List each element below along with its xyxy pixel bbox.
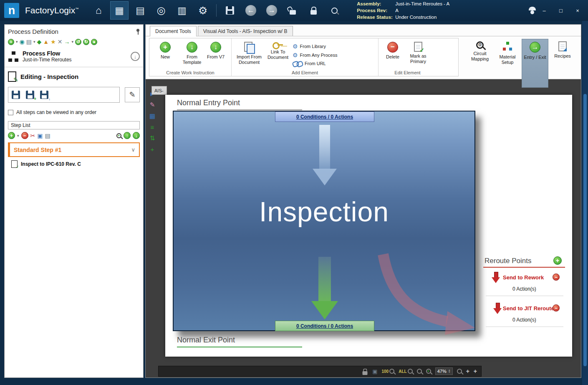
zoom-level-value: 47% — [437, 369, 447, 374]
favorite-star-icon[interactable]: ★ — [50, 38, 56, 45]
step-list-item-selected[interactable]: Standard Step #1 ∨ — [8, 142, 140, 157]
minimize-button[interactable]: – — [538, 6, 550, 15]
paintbrush-icon[interactable]: ✎ — [150, 101, 155, 109]
undo-button[interactable]: ← — [242, 1, 260, 20]
send-to-jit-reroute-link[interactable]: Send to JIT Reroute — [503, 305, 554, 312]
mark-as-primary-button[interactable]: ✓ Mark as Primary — [405, 40, 431, 64]
import-from-document-button[interactable]: Import From Document — [235, 40, 263, 65]
material-setup-button[interactable]: Material Setup — [494, 39, 521, 76]
ribbon-right-buttons: ⚙ Circuit Mapping Material Setup → Entry… — [467, 39, 576, 88]
reorder-icon[interactable]: ⇅ — [150, 134, 155, 142]
zoom-in-icon[interactable]: + — [426, 369, 431, 374]
add-step-caret-icon[interactable]: ▾ — [17, 134, 19, 138]
nav-settings-button[interactable]: ⚙ — [194, 1, 212, 20]
link-to-document-button[interactable]: Link To Document — [265, 40, 291, 60]
back-icon: ← — [245, 5, 256, 16]
web-publish-icon[interactable]: ◉ — [20, 38, 25, 45]
window-right-scroll-edge[interactable] — [582, 21, 588, 385]
order-checkbox[interactable] — [8, 110, 13, 115]
zoom-stepper[interactable]: ▲▼ — [448, 369, 451, 373]
remove-jit-button[interactable]: − — [553, 304, 560, 312]
nav-reports-button[interactable]: ▥ — [173, 1, 191, 20]
save-template-button[interactable]: ↓ — [38, 89, 50, 101]
entry-exit-button[interactable]: → Entry / Exit — [522, 39, 548, 88]
history-forward-icon[interactable]: ↻ — [83, 39, 89, 45]
from-library-button[interactable]: ⚙ From Library — [293, 43, 342, 50]
lock-icon — [310, 10, 317, 15]
lock-view-icon[interactable] — [363, 371, 368, 375]
save-definition-button[interactable] — [10, 89, 22, 101]
audit-search-button[interactable] — [325, 1, 343, 20]
send-to-rework-link[interactable]: Send to Rework — [503, 274, 544, 281]
nav-production-button[interactable]: ▤ — [131, 1, 149, 20]
zoom-region-icon[interactable] — [457, 369, 462, 374]
canvas-statusbar: ▣ 100 ALL + 47% ▲▼ + + — [158, 366, 482, 377]
document-tab-ais[interactable]: AIS- — [151, 86, 167, 95]
share-icon[interactable]: → — [64, 38, 70, 45]
add-step-icon[interactable]: + — [8, 132, 15, 139]
tab-document-tools[interactable]: Document Tools — [150, 26, 197, 36]
nav-process-definition-button[interactable]: ▦ — [110, 1, 129, 20]
add-process-caret-icon[interactable]: ▾ — [16, 40, 18, 44]
tools-icon[interactable]: ▲ — [43, 38, 49, 45]
zoom-out-icon[interactable] — [417, 369, 422, 374]
add-reroute-button[interactable]: + — [553, 256, 562, 265]
copy-icon[interactable]: ▣ — [37, 132, 43, 139]
print-caret-icon[interactable]: ▾ — [33, 40, 35, 44]
unlock-button[interactable] — [283, 1, 302, 20]
delete-element-button[interactable]: − Delete — [382, 40, 404, 60]
from-v7-button[interactable]: ↓ From V7 — [206, 40, 225, 60]
jit-actions-label[interactable]: 0 Action(s) — [512, 317, 536, 323]
normal-exit-point-label: Normal Exit Point — [177, 336, 235, 344]
edit-step-button[interactable]: ✎ — [125, 87, 140, 102]
app-logo: n — [4, 3, 19, 18]
zoom-step-icon[interactable]: + — [116, 133, 121, 138]
pin-icon[interactable] — [136, 29, 140, 35]
sync-icon[interactable]: ● — [91, 39, 97, 45]
paste-icon[interactable]: ▤ — [45, 132, 50, 139]
remove-step-icon[interactable]: − — [21, 132, 28, 139]
delete-process-icon[interactable]: ✕ — [58, 38, 63, 45]
add-process-icon[interactable]: + — [8, 39, 14, 45]
from-template-button[interactable]: ↓ From Template — [179, 40, 204, 65]
exit-conditions-link[interactable]: 0 Conditions / 0 Actions — [275, 321, 374, 331]
inspection-operation-box[interactable]: 0 Conditions / 0 Actions Inspection 0 Co… — [173, 111, 475, 331]
from-any-process-button[interactable]: ⚙ From Any Process — [293, 52, 342, 58]
cut-icon[interactable]: ✂ — [30, 132, 35, 139]
from-url-button[interactable]: From URL — [293, 61, 342, 66]
zoom-level-box[interactable]: 47% ▲▼ — [435, 367, 453, 375]
maximize-button[interactable]: □ — [555, 6, 567, 15]
recipes-button[interactable]: Recipes — [549, 39, 576, 76]
move-step-up-icon[interactable]: ↑ — [124, 132, 131, 139]
circuit-mapping-button[interactable]: ⚙ Circuit Mapping — [467, 39, 493, 76]
collapse-chevron-icon[interactable]: ↓ — [131, 52, 140, 61]
move-step-down-icon[interactable]: ↓ — [133, 132, 140, 139]
step-sub-item[interactable]: ✓ Inspect to IPC-610 Rev. C — [8, 160, 140, 168]
flow-tree-icon[interactable]: ◆ — [37, 38, 42, 45]
print-icon[interactable]: ▤ — [26, 38, 32, 45]
close-button[interactable]: × — [571, 6, 584, 15]
snapshot-icon[interactable]: ▣ — [372, 368, 377, 375]
redo-button[interactable]: → — [262, 1, 281, 20]
share-caret-icon[interactable]: ▾ — [71, 40, 73, 44]
zoom-fit-all-button[interactable]: ALL — [399, 369, 412, 374]
lock-button[interactable] — [304, 1, 323, 20]
expand-icon[interactable]: + — [151, 146, 154, 153]
nav-tracking-button[interactable]: ◎ — [152, 1, 170, 20]
pan-icon[interactable]: + — [466, 368, 469, 375]
tab-visual-aid-tools[interactable]: Visual Aid Tools - AIS- Inspection w/ B — [198, 26, 293, 36]
reroute-divider — [486, 327, 563, 327]
grid-view-icon[interactable]: ▦ — [149, 112, 155, 120]
save-button[interactable] — [221, 1, 239, 20]
new-button[interactable]: + New — [153, 40, 178, 60]
step-chevron-icon[interactable]: ∨ — [131, 147, 135, 153]
zoom-100-button[interactable]: 100 — [382, 369, 395, 374]
save-import-button[interactable]: + — [24, 89, 36, 101]
rework-actions-label[interactable]: 0 Action(s) — [512, 286, 536, 292]
nav-home-button[interactable]: ⌂ — [89, 1, 108, 20]
zoom-pan-icon[interactable]: + — [474, 368, 477, 375]
remove-rework-button[interactable]: − — [553, 274, 560, 281]
history-back-icon[interactable]: ↺ — [75, 39, 81, 45]
process-flow-row[interactable]: Process Flow Just-in-Time Reroutes ↓ — [8, 50, 140, 63]
list-view-icon[interactable]: ≡ — [151, 124, 154, 131]
